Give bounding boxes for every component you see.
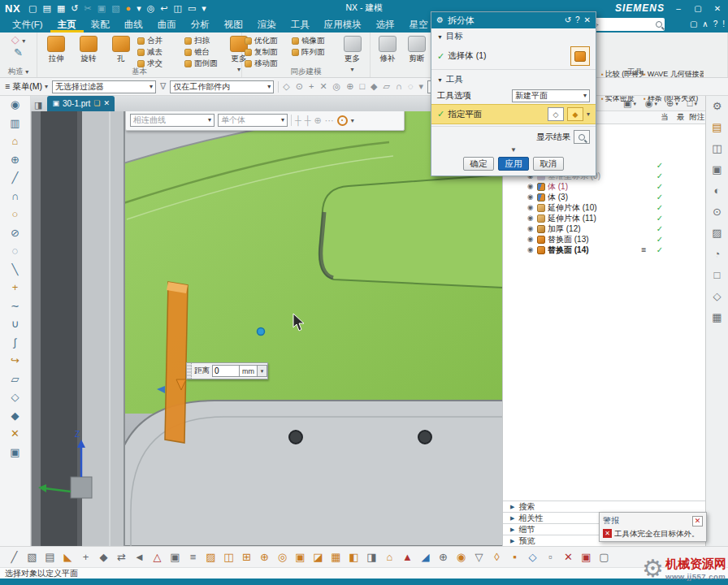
feature-label[interactable]: 延伸片体 (10) [548, 202, 635, 214]
distance-input-widget[interactable]: 距离 mm ▾ [186, 362, 268, 379]
check-icon[interactable] [652, 225, 668, 233]
curve-tool-icon[interactable]: ╱ [12, 172, 19, 183]
maximize-button[interactable]: ▢ [692, 4, 704, 13]
ribbon-big-button[interactable]: 拉伸 [40, 34, 72, 64]
touch-mode-icon[interactable]: ↩ [160, 4, 167, 13]
save-icon[interactable]: ▦ [57, 4, 65, 13]
menu-tab[interactable]: 主页 [50, 16, 84, 32]
bottom-tool-icon[interactable]: ▲ [400, 552, 415, 562]
minimize-ribbon-icon[interactable]: ∧ [702, 20, 708, 28]
cut-icon[interactable]: ✂ [84, 4, 92, 13]
window-icon[interactable]: ◫ [174, 4, 182, 13]
snap-point-icon[interactable]: ◇ [283, 82, 289, 91]
tree-item[interactable]: 延伸片体 (11) [503, 213, 705, 223]
check-icon[interactable] [652, 236, 668, 244]
tree-item[interactable]: 延伸片体 (10) [503, 202, 705, 213]
resource-bar-icon[interactable]: ▨ [712, 228, 722, 238]
visibility-eye-icon[interactable] [527, 236, 537, 243]
follow-fillet-icon[interactable]: ┼ [305, 116, 311, 125]
bottom-tool-icon[interactable]: ✕ [561, 552, 576, 562]
feature-label[interactable]: 替换面 (13) [548, 234, 635, 245]
select-body-button[interactable] [570, 46, 590, 66]
feature-label[interactable]: 体 (3) [548, 192, 635, 203]
unit-dropdown-icon[interactable]: ▾ [258, 365, 267, 377]
feature-label[interactable]: 加厚 (12) [548, 223, 635, 235]
bottom-tool-icon[interactable]: ▦ [328, 552, 344, 562]
window-layout-icon[interactable]: ▭ [188, 4, 196, 13]
bottom-tool-icon[interactable]: ◊ [489, 552, 505, 562]
bottom-tool-icon[interactable]: ▨ [203, 552, 219, 562]
ribbon-big-button[interactable]: 剪断 [402, 34, 431, 64]
visibility-eye-icon[interactable] [527, 225, 537, 232]
viewport-3d[interactable]: Z [32, 111, 503, 546]
check-icon[interactable] [652, 204, 668, 212]
bottom-tool-icon[interactable]: ▪ [507, 552, 522, 562]
reset-icon[interactable]: ↺ [565, 16, 571, 24]
search-icon[interactable] [656, 21, 662, 28]
ok-button[interactable]: 确定 [463, 157, 494, 171]
curve-rule-combo[interactable]: 相连曲线▾ [130, 114, 214, 127]
dialog-title-bar[interactable]: ⚙ 拆分体 ↺ ? ✕ [431, 12, 596, 28]
visibility-eye-icon[interactable] [527, 204, 537, 211]
ribbon-small-button[interactable]: 锥台 [184, 46, 230, 58]
specify-plane-label[interactable]: 指定平面 [448, 109, 482, 120]
visibility-eye-icon[interactable] [527, 193, 537, 201]
check-icon[interactable] [652, 162, 668, 170]
menu-tab[interactable]: 渲染 [250, 16, 284, 32]
resource-bar-icon[interactable]: ▦ [712, 312, 722, 323]
check-icon[interactable] [652, 172, 668, 180]
snap-point-icon[interactable]: ✕ [319, 82, 327, 91]
resource-bar-icon[interactable]: ◫ [712, 143, 722, 154]
bottom-tool-icon[interactable]: ◇ [525, 552, 540, 562]
column-header[interactable]: 附注 [689, 112, 705, 123]
snap-point-icon[interactable]: ◎ [333, 82, 341, 91]
curve-tool-icon[interactable]: ╲ [12, 264, 19, 275]
select-body-label[interactable]: 选择体 (1) [448, 50, 486, 62]
check-icon[interactable] [652, 183, 668, 191]
ribbon-big-button[interactable]: 孔 [105, 34, 137, 64]
bottom-tool-icon[interactable]: △ [150, 552, 165, 562]
fullscreen-icon[interactable]: ▢ [690, 20, 697, 28]
bottom-tool-icon[interactable]: ▤ [42, 552, 58, 562]
bottom-tool-icon[interactable]: ╱ [6, 552, 22, 562]
collapsed-section[interactable]: 搜索 [503, 500, 705, 512]
alert-close-button[interactable]: ✕ [692, 516, 703, 526]
resource-bar-icon[interactable]: ▣ [712, 164, 722, 175]
part-tab[interactable]: ▣ 30-1.prt ❏ ✕ [47, 96, 115, 111]
dialog-collapse-icon[interactable]: ▼ [431, 145, 596, 154]
bottom-tool-icon[interactable]: ◨ [364, 552, 379, 562]
bottom-tool-icon[interactable]: ▢ [596, 552, 612, 562]
tool-section-header[interactable]: 工具 [431, 72, 596, 88]
distance-input[interactable] [212, 365, 240, 377]
snap-point-icon[interactable]: + [309, 82, 314, 91]
menu-tab[interactable]: 装配 [84, 16, 117, 32]
menu-tab[interactable]: 分析 [184, 16, 217, 32]
curve-tool-icon[interactable]: ∪ [11, 318, 20, 329]
ribbon-small-button[interactable]: 镜像面 [292, 35, 337, 46]
selection-filter-combo[interactable]: 无选择过滤器▾ [52, 80, 156, 93]
bottom-tool-icon[interactable]: ▫ [543, 552, 558, 562]
resource-bar-icon[interactable]: ⚙ [713, 101, 722, 111]
snap-point-icon[interactable]: ∩ [396, 82, 402, 91]
snap-point-icon[interactable]: ▱ [384, 82, 390, 91]
tree-item[interactable]: 体 (3) [503, 192, 705, 202]
sketch-icon[interactable]: ✎ [14, 47, 23, 58]
open-icon[interactable]: ▤ [42, 4, 50, 13]
bottom-tool-icon[interactable]: ◎ [275, 552, 290, 562]
close-tab-icon[interactable]: ✕ [103, 100, 110, 107]
bottom-tool-icon[interactable]: + [78, 552, 93, 562]
check-icon[interactable] [652, 214, 668, 223]
alert-icon[interactable]: ! [722, 20, 725, 28]
curve-tool-icon[interactable]: ▱ [11, 374, 20, 384]
feature-label[interactable]: 延伸片体 (11) [548, 213, 635, 224]
curve-tool-icon[interactable]: ⌂ [12, 136, 19, 146]
dropdown-caret-icon[interactable]: ▾ [351, 117, 354, 124]
bottom-tool-icon[interactable]: ◧ [346, 552, 362, 562]
check-icon[interactable] [652, 246, 668, 254]
snap-point-icon[interactable]: □ [359, 82, 365, 91]
tool-option-combo[interactable]: 新建平面▾ [512, 89, 590, 102]
curve-tool-icon[interactable]: + [12, 282, 19, 292]
resource-bar-icon[interactable]: □ [714, 270, 721, 280]
qat-dropdown-icon[interactable]: ▾ [136, 4, 141, 13]
menu-tab[interactable]: 曲线 [117, 16, 150, 32]
